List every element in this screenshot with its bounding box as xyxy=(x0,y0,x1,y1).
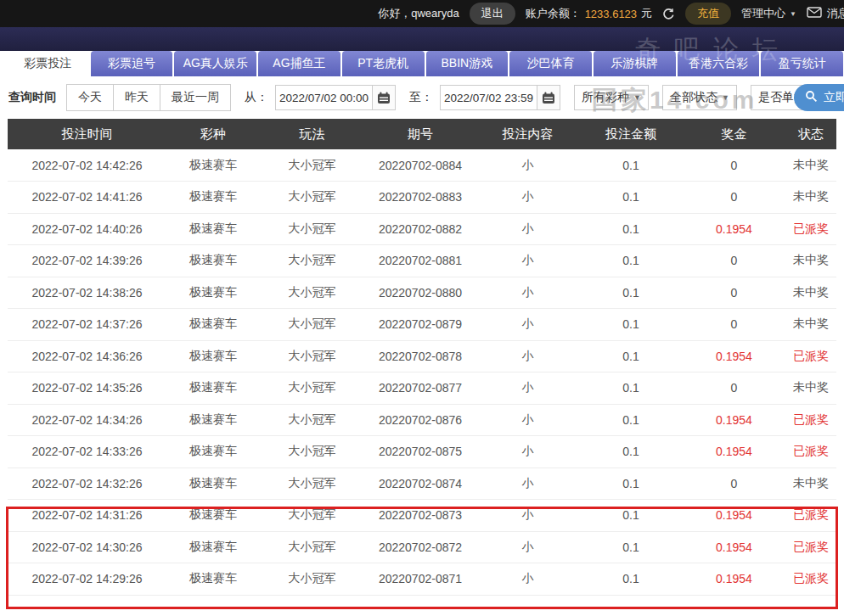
table-row: 2022-07-02 14:32:26极速赛车大小冠军20220702-0874… xyxy=(8,468,836,500)
tab-bbin-games[interactable]: BBIN游戏 xyxy=(426,51,509,76)
cell-issue: 20220702-0881 xyxy=(364,245,476,277)
cell-amount: 0.1 xyxy=(579,277,683,309)
to-date-field xyxy=(440,85,560,110)
cell-status: 未中奖 xyxy=(785,309,836,341)
cell-issue: 20220702-0871 xyxy=(364,563,476,596)
cell-content: 小 xyxy=(476,436,579,468)
refresh-icon[interactable] xyxy=(662,8,675,20)
cell-issue: 20220702-0873 xyxy=(364,500,476,532)
tab-lottery-chase[interactable]: 彩票追号 xyxy=(91,51,173,76)
cell-lottery: 极速赛车 xyxy=(166,182,260,214)
chevron-down-icon: ▼ xyxy=(722,93,729,102)
cell-time: 2022-07-02 14:35:26 xyxy=(8,372,166,405)
cell-time: 2022-07-02 14:42:26 xyxy=(8,149,166,182)
cell-play: 大小冠军 xyxy=(260,309,364,341)
yesterday-button[interactable]: 昨天 xyxy=(113,84,160,111)
cell-status: 未中奖 xyxy=(785,468,836,500)
cell-amount: 0.1 xyxy=(579,182,683,214)
cell-lottery: 极速赛车 xyxy=(166,468,260,500)
calendar-icon[interactable] xyxy=(372,86,395,109)
message-menu[interactable]: 消息 xyxy=(807,6,844,21)
cell-amount: 0.1 xyxy=(579,213,683,245)
cell-time: 2022-07-02 14:40:26 xyxy=(8,213,166,245)
cell-time: 2022-07-02 14:37:26 xyxy=(8,309,166,341)
cell-content: 小 xyxy=(476,468,579,500)
calendar-icon[interactable] xyxy=(537,86,560,109)
cell-prize: 0 xyxy=(683,182,785,214)
cell-prize: 0.1954 xyxy=(683,436,785,468)
lottery-type-select[interactable]: 所有彩种 ▼ xyxy=(574,85,649,110)
message-label: 消息 xyxy=(827,6,844,21)
tab-ag-fishing[interactable]: AG捕鱼王 xyxy=(258,51,340,76)
to-date-input[interactable] xyxy=(441,86,537,109)
admin-center-menu[interactable]: 管理中心 ▼ xyxy=(741,6,796,21)
cell-content: 小 xyxy=(476,149,579,182)
today-button[interactable]: 今天 xyxy=(66,84,114,111)
cell-play: 大小冠军 xyxy=(260,245,364,277)
cell-status: 已派奖 xyxy=(785,213,836,245)
cell-time: 2022-07-02 14:34:26 xyxy=(8,404,166,436)
cell-lottery: 极速赛车 xyxy=(166,309,260,341)
tab-pt-slots[interactable]: PT老虎机 xyxy=(342,51,425,76)
cell-play: 大小冠军 xyxy=(260,436,364,468)
table-row: 2022-07-02 14:42:26极速赛车大小冠军20220702-0884… xyxy=(8,149,836,182)
search-icon xyxy=(805,90,818,105)
tab-ag-live[interactable]: AG真人娱乐 xyxy=(174,51,256,76)
cell-time: 2022-07-02 14:39:26 xyxy=(8,245,166,277)
cell-prize: 0 xyxy=(683,245,785,277)
tab-lottery-bet[interactable]: 彩票投注 xyxy=(7,51,89,76)
from-date-input[interactable] xyxy=(276,86,372,109)
tab-shaba-sports[interactable]: 沙巴体育 xyxy=(509,51,592,76)
to-label: 至： xyxy=(409,90,433,105)
cell-lottery: 极速赛车 xyxy=(166,277,260,309)
table-row: 2022-07-02 14:30:26极速赛车大小冠军20220702-0872… xyxy=(8,531,836,563)
cell-lottery: 极速赛车 xyxy=(166,213,260,245)
cell-play: 大小冠军 xyxy=(260,277,364,309)
cell-play: 大小冠军 xyxy=(260,563,364,596)
cell-time: 2022-07-02 14:30:26 xyxy=(8,531,166,563)
cell-lottery: 极速赛车 xyxy=(166,245,260,277)
table-row: 2022-07-02 14:38:26极速赛车大小冠军20220702-0880… xyxy=(8,277,836,309)
cell-status: 已派奖 xyxy=(785,340,836,372)
cell-amount: 0.1 xyxy=(579,436,683,468)
cell-play: 大小冠军 xyxy=(260,500,364,532)
cell-play: 大小冠军 xyxy=(260,149,364,182)
cell-amount: 0.1 xyxy=(579,468,683,500)
cell-time: 2022-07-02 14:41:26 xyxy=(8,182,166,214)
cell-status: 已派奖 xyxy=(785,436,836,468)
table-row: 2022-07-02 14:33:26极速赛车大小冠军20220702-0875… xyxy=(8,436,836,468)
cell-time: 2022-07-02 14:29:26 xyxy=(8,563,166,596)
header-play: 玩法 xyxy=(260,119,364,149)
cell-status: 未中奖 xyxy=(785,182,836,214)
lottery-type-value: 所有彩种 xyxy=(582,90,629,105)
tab-hk-lottery[interactable]: 香港六合彩 xyxy=(678,51,760,76)
cell-prize: 0.1954 xyxy=(683,213,785,245)
search-button[interactable]: 立即 xyxy=(794,84,844,111)
from-label: 从： xyxy=(245,90,268,105)
cell-issue: 20220702-0876 xyxy=(364,404,476,436)
cell-status: 已派奖 xyxy=(785,404,836,436)
recharge-button[interactable]: 充值 xyxy=(685,3,731,25)
cell-issue: 20220702-0875 xyxy=(364,436,476,468)
cell-amount: 0.1 xyxy=(579,149,683,182)
tab-leyou-chess[interactable]: 乐游棋牌 xyxy=(594,51,676,76)
cell-time: 2022-07-02 14:38:26 xyxy=(8,277,166,309)
cell-content: 小 xyxy=(476,404,579,436)
cell-amount: 0.1 xyxy=(579,531,683,563)
tab-profit-stats[interactable]: 盈亏统计 xyxy=(761,51,843,76)
table-row: 2022-07-02 14:34:26极速赛车大小冠军20220702-0876… xyxy=(8,404,836,436)
topbar: 你好，qwearyda 退出 账户余额： 1233.6123 元 充值 管理中心… xyxy=(0,0,844,27)
cell-issue: 20220702-0872 xyxy=(364,531,476,563)
status-select[interactable]: 全部状态 ▼ xyxy=(662,85,737,110)
cell-content: 小 xyxy=(476,182,579,214)
bet-history-table: 投注时间 彩种 玩法 期号 投注内容 投注金额 奖金 状态 2022-07-02… xyxy=(8,119,836,596)
balance-label: 账户余额： xyxy=(526,6,581,21)
logout-button[interactable]: 退出 xyxy=(470,3,515,25)
cell-content: 小 xyxy=(476,372,579,405)
last-week-button[interactable]: 最近一周 xyxy=(160,84,231,111)
cell-issue: 20220702-0880 xyxy=(364,277,476,309)
tab-bar: 彩票投注 彩票追号 AG真人娱乐 AG捕鱼王 PT老虎机 BBIN游戏 沙巴体育… xyxy=(0,51,844,76)
cell-content: 小 xyxy=(476,309,579,341)
header-content: 投注内容 xyxy=(476,119,579,149)
cell-prize: 0.1954 xyxy=(683,404,785,436)
